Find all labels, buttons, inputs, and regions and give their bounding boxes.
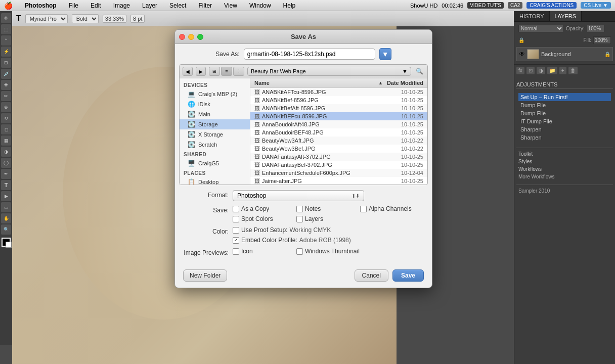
spot-colors-box[interactable] [233,216,239,222]
tool-shape[interactable]: ▭ [1,202,11,212]
forward-button[interactable]: ▶ [196,67,206,76]
history-item-6[interactable]: Sharpen [518,133,611,142]
menubar-image[interactable]: Image [111,2,132,9]
menubar-view[interactable]: View [222,2,239,9]
icon-preview-box[interactable] [233,248,239,255]
tool-lasso[interactable]: ⌃ [1,35,11,46]
blend-mode-select[interactable]: Normal [518,25,564,32]
cancel-button[interactable]: Cancel [355,269,388,282]
layer-visibility-icon[interactable]: 👁 [519,51,525,58]
menubar-select[interactable]: Select [167,2,188,9]
list-view-btn[interactable]: ≡ [221,67,232,76]
notes-box[interactable] [296,206,303,212]
tool-text[interactable]: T [1,180,11,190]
expand-button[interactable]: ▼ [379,48,391,60]
windows-thumbnail-box[interactable] [296,248,303,255]
menu-cs-live[interactable]: CS Live ▼ [581,2,611,9]
sidebar-x-storage[interactable]: 💽 X Storage [180,129,250,140]
tool-eyedropper[interactable]: 💉 [1,69,11,79]
font-family-select[interactable]: Myriad Pro [25,14,68,23]
new-folder-button[interactable]: New Folder [183,269,227,282]
tool-select[interactable]: ⬚ [1,24,11,34]
tool-dodge[interactable]: ◯ [1,158,11,168]
tool-blur[interactable]: ◑ [1,147,11,157]
sidebar-craigg5[interactable]: 🖥️ CraigG5 [180,158,250,168]
embed-color-checkbox[interactable]: Embed Color Profile: Adobe RGB (1998) [233,237,351,244]
sidebar-craigs-mbp[interactable]: 💻 Craig's MBP (2) [180,89,250,99]
font-style-select[interactable]: Bold [72,14,99,23]
tool-pen[interactable]: ✒ [1,169,11,179]
menubar-help[interactable]: Help [281,2,298,9]
icon-preview-checkbox[interactable]: Icon [233,248,293,255]
menu-craigs-actions[interactable]: CRAIG'S ACTIONS [526,2,577,9]
layers-checkbox[interactable]: Layers [296,215,357,222]
history-tab[interactable]: HISTORY [514,11,550,21]
file-row[interactable]: 🖼 AnnaBoudoirBEF48.JPG 10-10-25 [250,128,427,136]
menu-video-tuts[interactable]: VIDEO TUT'S [467,2,504,9]
tool-brush[interactable]: ✏ [1,91,11,101]
menubar-file[interactable]: File [67,2,80,9]
tool-zoom[interactable]: 🔍 [1,224,11,235]
font-size-input[interactable]: 8 pt [130,15,145,23]
file-row[interactable]: 🖼 BeautyWow3Aft.JPG 10-10-22 [250,136,427,145]
file-row[interactable]: 🖼 EnhancementScheduleF600px.JPG 10-12-04 [250,169,427,177]
layer-delete-btn[interactable]: 🗑 [568,67,578,74]
sidebar-main[interactable]: 💽 Main [180,109,250,119]
layer-adjustment-btn[interactable]: ◑ [537,67,545,74]
menubar-photoshop[interactable]: Photoshop [23,2,59,9]
as-copy-checkbox[interactable]: As a Copy [233,205,293,212]
col-date[interactable]: Date Modified [383,80,423,86]
layers-tab[interactable]: LAYERS [550,11,582,21]
folder-dropdown[interactable]: Beauty Bar Web Page ▼ [247,67,411,76]
file-row[interactable]: 🖼 ANABKitAFTcu-8596.JPG 10-10-25 [250,88,427,96]
sidebar-idisk[interactable]: 🌐 iDisk [180,99,250,109]
icon-view-btn[interactable]: ⊞ [209,67,220,76]
tool-history-brush[interactable]: ⟲ [1,113,11,123]
menubar-filter[interactable]: Filter [196,2,214,9]
file-row[interactable]: 🖼 AnnaBoudoirAft48.JPG 10-10-25 [250,120,427,128]
tool-eraser[interactable]: ◻ [1,124,11,134]
maximize-button[interactable] [197,34,203,40]
file-row[interactable]: 🖼 ANABKitBefAft-8596.JPG 10-10-25 [250,104,427,112]
menubar-window[interactable]: Window [247,2,273,9]
fill-input[interactable] [593,36,611,44]
notes-checkbox[interactable]: Notes [296,205,357,212]
foreground-color[interactable] [2,238,11,247]
format-select[interactable]: Photoshop ⬆⬇ [233,190,364,201]
use-proof-box[interactable] [233,227,239,234]
file-row[interactable]: 🖼 Jaime-after.JPG 10-10-25 [250,177,427,185]
search-button[interactable]: 🔍 [414,67,424,76]
layers-box[interactable] [296,216,303,222]
minimize-button[interactable] [188,34,194,40]
col-name[interactable]: Name [254,80,378,86]
back-button[interactable]: ◀ [183,67,193,76]
sidebar-scratch[interactable]: 💽 Scratch [180,140,250,150]
save-button[interactable]: Save [392,269,424,282]
menubar-edit[interactable]: Edit [89,2,103,9]
tool-heal[interactable]: ✚ [1,80,11,90]
file-row[interactable]: 🖼 DANAFantasyBef-3702.JPG 10-10-25 [250,161,427,169]
layer-styles-btn[interactable]: fx [516,67,524,74]
tool-clone[interactable]: ⊕ [1,102,11,112]
tool-magic-wand[interactable]: ⚡ [1,47,11,57]
sidebar-desktop[interactable]: 📋 Desktop [180,177,250,185]
sidebar-storage[interactable]: 💽 Storage [180,119,250,129]
opacity-input[interactable] [587,25,604,32]
menubar-layer[interactable]: Layer [140,2,159,9]
history-item-2[interactable]: Dump File [518,101,611,109]
alpha-channels-checkbox[interactable]: Alpha Channels [360,205,421,212]
apple-menu[interactable]: 🍎 [4,2,13,10]
layer-mask-btn[interactable]: ⊡ [526,67,535,74]
layer-group-btn[interactable]: 📁 [547,67,557,74]
tool-crop[interactable]: ⊡ [1,58,11,68]
history-item-5[interactable]: Sharpen [518,125,611,133]
alpha-channels-box[interactable] [360,206,367,212]
file-row-selected[interactable]: 🖼 ANABKitBEFcu-8596.JPG 10-10-25 [250,112,427,120]
file-row[interactable]: 🖼 BeautyWow3Bef.JPG 10-10-22 [250,145,427,153]
tool-hand[interactable]: ✋ [1,213,11,223]
as-copy-box[interactable] [233,206,239,212]
column-view-btn[interactable]: ⋮ [233,67,244,76]
history-item-3[interactable]: Dump File [518,109,611,117]
tool-gradient[interactable]: ▦ [1,135,11,146]
history-item-1[interactable]: Set Up – Run First! [518,93,611,101]
